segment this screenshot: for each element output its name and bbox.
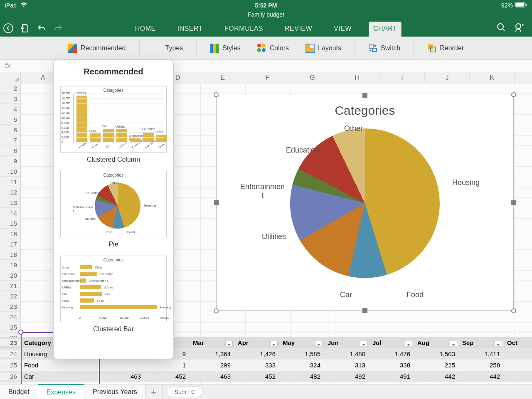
- pie-label: Car: [340, 291, 352, 299]
- col-header[interactable]: H: [335, 72, 380, 83]
- row-header[interactable]: 11: [0, 177, 20, 187]
- row-header[interactable]: 9: [0, 156, 20, 166]
- resize-handle[interactable]: [214, 200, 219, 205]
- reorder-icon: [427, 44, 436, 53]
- switch-icon: [368, 44, 377, 53]
- chart-toolstrip: Recommended Types Styles Colors Layouts …: [0, 37, 532, 60]
- reorder-button[interactable]: Reorder: [421, 41, 470, 55]
- resize-handle[interactable]: [362, 308, 367, 313]
- resize-handle[interactable]: [362, 93, 367, 98]
- row-header[interactable]: 10: [0, 166, 20, 177]
- chart-object[interactable]: Categories HousingFoodCarUtilitiesEntert…: [216, 95, 514, 311]
- resize-handle[interactable]: [511, 200, 516, 205]
- fx-label: fx: [5, 62, 10, 70]
- col-header[interactable]: E: [200, 72, 245, 83]
- row-header[interactable]: 5: [0, 114, 20, 125]
- tab-view[interactable]: VIEW: [330, 22, 356, 37]
- row-header[interactable]: 14: [0, 208, 20, 218]
- tab-review[interactable]: REVIEW: [281, 22, 316, 37]
- row-header[interactable]: 23: [0, 301, 20, 312]
- row-header[interactable]: 3: [0, 94, 20, 104]
- resize-handle[interactable]: [214, 92, 219, 97]
- col-header[interactable]: L: [515, 72, 532, 83]
- sheet-tab-expenses[interactable]: Expenses: [38, 384, 84, 399]
- row-header[interactable]: 20: [0, 270, 20, 281]
- sheet-tab-previous-years[interactable]: Previous Years: [84, 384, 146, 399]
- pie-label: Education: [286, 146, 319, 155]
- undo-button[interactable]: [33, 20, 50, 37]
- recommended-option-clustered-column[interactable]: Categories HousingHousingFoodFoodCarCarU…: [54, 81, 173, 166]
- types-button[interactable]: Types: [147, 41, 189, 55]
- layouts-icon: [305, 44, 315, 53]
- recommended-popover[interactable]: Recommended Categories HousingHousingFoo…: [53, 60, 174, 359]
- svg-rect-7: [372, 48, 377, 52]
- row-header[interactable]: 8: [0, 145, 20, 156]
- chart-title: Categories: [217, 103, 513, 118]
- svg-point-4: [498, 24, 503, 30]
- row-header[interactable]: 18: [0, 249, 20, 260]
- ribbon-bar: HOMEINSERTFORMULASREVIEWVIEWCHART: [0, 20, 532, 37]
- svg-rect-6: [369, 45, 373, 48]
- row-header[interactable]: 7: [0, 135, 20, 145]
- document-title: Family budget: [0, 11, 532, 20]
- pie-label: Utilities: [262, 232, 286, 241]
- row-header[interactable]: 15: [0, 218, 20, 229]
- svg-rect-2: [526, 4, 527, 6]
- sheet-tab-budget[interactable]: Budget: [0, 384, 38, 399]
- thumb-pie: Categories HousingFoodCarUtilitiesEntert…: [60, 171, 167, 237]
- file-button[interactable]: [17, 20, 33, 37]
- row-header[interactable]: 12: [0, 187, 20, 197]
- ribbon-tabs: HOMEINSERTFORMULASREVIEWVIEWCHART: [131, 20, 401, 37]
- colors-icon: [257, 44, 266, 53]
- resize-handle[interactable]: [511, 92, 516, 97]
- switch-button[interactable]: Switch: [362, 41, 406, 55]
- recommended-option-pie[interactable]: Categories HousingFoodCarUtilitiesEntert…: [54, 166, 173, 251]
- ios-status-bar: iPad 5:52 PM 92%: [0, 0, 532, 11]
- row-header[interactable]: 13: [0, 197, 20, 208]
- add-sheet-button[interactable]: ＋: [146, 384, 163, 399]
- status-sum[interactable]: Sum : 0: [167, 386, 202, 397]
- col-header[interactable]: I: [380, 72, 425, 83]
- col-header[interactable]: G: [290, 72, 335, 83]
- back-button[interactable]: [0, 20, 17, 37]
- select-all-corner[interactable]: [0, 72, 21, 83]
- layouts-button[interactable]: Layouts: [300, 41, 347, 55]
- resize-handle[interactable]: [214, 308, 219, 313]
- col-header[interactable]: K: [470, 72, 515, 83]
- row-header[interactable]: 19: [0, 260, 20, 270]
- styles-icon: [210, 44, 219, 53]
- colors-button[interactable]: Colors: [251, 41, 295, 55]
- row-header[interactable]: 2: [0, 83, 20, 94]
- battery-icon: [515, 2, 527, 9]
- redo-button[interactable]: [50, 20, 66, 37]
- row-header[interactable]: 22: [0, 291, 20, 301]
- recommended-button[interactable]: Recommended: [62, 41, 132, 55]
- clock: 5:52 PM: [255, 2, 277, 9]
- selection-handle[interactable]: [18, 330, 23, 335]
- row-header[interactable]: 24: [0, 312, 20, 322]
- styles-button[interactable]: Styles: [204, 41, 246, 55]
- svg-point-5: [516, 24, 521, 29]
- row-header[interactable]: 25: [0, 322, 20, 332]
- row-header[interactable]: 17: [0, 239, 20, 249]
- col-header[interactable]: J: [425, 72, 470, 83]
- tab-formulas[interactable]: FORMULAS: [220, 22, 267, 37]
- row-header[interactable]: 16: [0, 229, 20, 239]
- row-header[interactable]: 4: [0, 104, 20, 114]
- tab-chart[interactable]: CHART: [369, 22, 401, 37]
- pie-label: Housing: [452, 178, 480, 187]
- col-header[interactable]: F: [245, 72, 290, 83]
- pie-label: Food: [406, 291, 424, 299]
- wifi-icon: [20, 2, 27, 9]
- sheet-tabs: BudgetExpensesPrevious Years ＋ Sum : 0: [0, 384, 532, 399]
- share-icon[interactable]: [515, 22, 525, 34]
- pie-label: Other: [344, 124, 363, 133]
- tab-insert[interactable]: INSERT: [173, 22, 207, 37]
- resize-handle[interactable]: [511, 308, 516, 313]
- tab-home[interactable]: HOME: [131, 22, 160, 37]
- popover-title: Recommended: [54, 60, 173, 81]
- row-header[interactable]: 21: [0, 281, 20, 291]
- row-header[interactable]: 6: [0, 125, 20, 135]
- recommended-option-clustered-bar[interactable]: Categories OtherOtherEducationEducationE…: [54, 251, 173, 335]
- search-icon[interactable]: [496, 22, 506, 34]
